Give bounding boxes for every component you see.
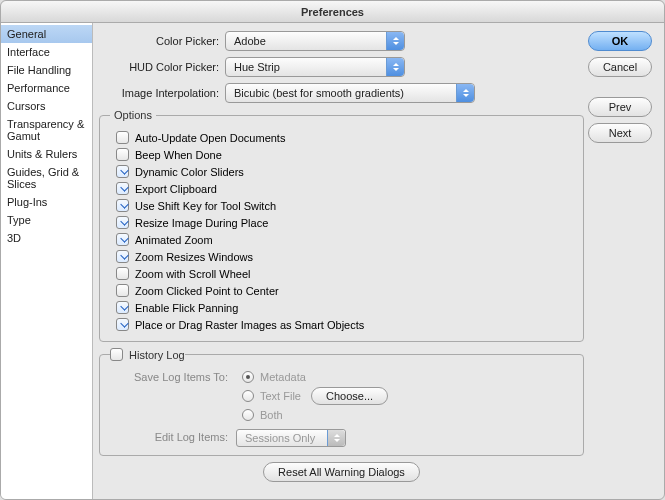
history-log-checkbox[interactable] [110,348,123,361]
option-checkbox[interactable] [116,284,129,297]
radio-metadata[interactable] [242,371,254,383]
options-legend: Options [110,109,156,121]
option-row: Zoom Resizes Windows [110,248,573,265]
interpolation-label: Image Interpolation: [99,87,219,99]
option-row: Zoom Clicked Point to Center [110,282,573,299]
sidebar-item-plugins[interactable]: Plug-Ins [1,193,92,211]
options-group: Options Auto-Update Open DocumentsBeep W… [99,109,584,342]
sidebar-item-3d[interactable]: 3D [1,229,92,247]
option-label: Resize Image During Place [135,217,268,229]
option-checkbox[interactable] [116,233,129,246]
option-checkbox[interactable] [116,165,129,178]
option-row: Enable Flick Panning [110,299,573,316]
sidebar-item-interface[interactable]: Interface [1,43,92,61]
option-label: Beep When Done [135,149,222,161]
dropdown-arrows-icon [456,84,474,102]
sidebar-item-file-handling[interactable]: File Handling [1,61,92,79]
cancel-button[interactable]: Cancel [588,57,652,77]
radio-both[interactable] [242,409,254,421]
sidebar-item-type[interactable]: Type [1,211,92,229]
option-label: Dynamic Color Sliders [135,166,244,178]
radio-text-file[interactable] [242,390,254,402]
hud-picker-label: HUD Color Picker: [99,61,219,73]
option-row: Dynamic Color Sliders [110,163,573,180]
option-row: Export Clipboard [110,180,573,197]
option-label: Use Shift Key for Tool Switch [135,200,276,212]
sidebar-item-guides-grid[interactable]: Guides, Grid & Slices [1,163,92,193]
option-label: Zoom Clicked Point to Center [135,285,279,297]
sidebar-item-transparency[interactable]: Transparency & Gamut [1,115,92,145]
dropdown-arrows-icon [386,32,404,50]
choose-button[interactable]: Choose... [311,387,388,405]
option-checkbox[interactable] [116,301,129,314]
option-checkbox[interactable] [116,148,129,161]
option-checkbox[interactable] [116,250,129,263]
color-picker-select[interactable]: Adobe [225,31,405,51]
preferences-window: Preferences General Interface File Handl… [0,0,665,500]
sidebar-item-units-rulers[interactable]: Units & Rulers [1,145,92,163]
option-checkbox[interactable] [116,182,129,195]
option-label: Zoom Resizes Windows [135,251,253,263]
save-log-label: Save Log Items To: [110,369,228,423]
edit-log-select[interactable]: Sessions Only [236,429,346,447]
next-button[interactable]: Next [588,123,652,143]
prefs-sidebar: General Interface File Handling Performa… [1,23,93,499]
option-row: Auto-Update Open Documents [110,129,573,146]
option-row: Beep When Done [110,146,573,163]
interpolation-select[interactable]: Bicubic (best for smooth gradients) [225,83,475,103]
option-row: Resize Image During Place [110,214,573,231]
sidebar-item-general[interactable]: General [1,25,92,43]
option-checkbox[interactable] [116,199,129,212]
window-title: Preferences [301,6,364,18]
option-row: Animated Zoom [110,231,573,248]
option-label: Animated Zoom [135,234,213,246]
option-label: Export Clipboard [135,183,217,195]
prev-button[interactable]: Prev [588,97,652,117]
option-checkbox[interactable] [116,216,129,229]
option-label: Enable Flick Panning [135,302,238,314]
color-picker-label: Color Picker: [99,35,219,47]
option-row: Use Shift Key for Tool Switch [110,197,573,214]
option-checkbox[interactable] [116,267,129,280]
option-label: Zoom with Scroll Wheel [135,268,251,280]
edit-log-label: Edit Log Items: [110,429,228,447]
hud-picker-select[interactable]: Hue Strip [225,57,405,77]
reset-warnings-button[interactable]: Reset All Warning Dialogs [263,462,420,482]
dropdown-arrows-icon [327,430,345,446]
option-checkbox[interactable] [116,318,129,331]
window-titlebar: Preferences [1,1,664,23]
option-row: Zoom with Scroll Wheel [110,265,573,282]
dropdown-arrows-icon [386,58,404,76]
option-label: Auto-Update Open Documents [135,132,285,144]
option-label: Place or Drag Raster Images as Smart Obj… [135,319,364,331]
option-checkbox[interactable] [116,131,129,144]
history-log-group: History Log Save Log Items To: Metadata … [99,348,584,456]
sidebar-item-cursors[interactable]: Cursors [1,97,92,115]
ok-button[interactable]: OK [588,31,652,51]
history-log-legend: History Log [129,349,185,361]
option-row: Place or Drag Raster Images as Smart Obj… [110,316,573,333]
sidebar-item-performance[interactable]: Performance [1,79,92,97]
